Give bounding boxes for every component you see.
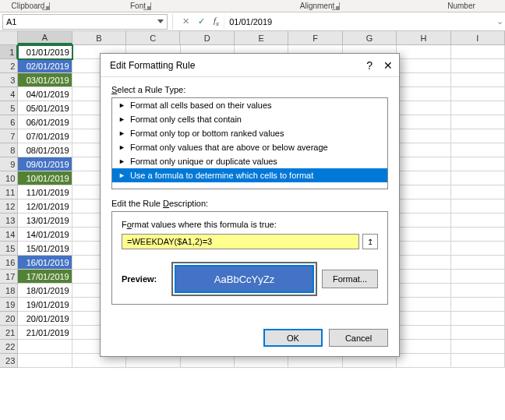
row-header[interactable]: 6 xyxy=(0,115,18,129)
cell[interactable]: 14/01/2019 xyxy=(18,228,72,242)
cell[interactable] xyxy=(451,270,505,284)
cell[interactable]: 11/01/2019 xyxy=(18,185,72,199)
rule-type-item[interactable]: ►Format all cells based on their values xyxy=(112,98,387,112)
chevron-down-icon[interactable] xyxy=(157,19,164,23)
cell[interactable] xyxy=(397,115,450,129)
cell[interactable]: 17/01/2019 xyxy=(18,270,72,284)
cell[interactable] xyxy=(451,115,505,129)
cell[interactable] xyxy=(397,185,450,199)
alignment-launcher-icon[interactable] xyxy=(332,2,340,10)
font-launcher-icon[interactable] xyxy=(143,2,151,10)
row-header[interactable]: 20 xyxy=(0,312,18,326)
rule-type-item[interactable]: ►Use a formula to determine which cells … xyxy=(112,168,387,182)
cell[interactable] xyxy=(397,59,450,73)
cell[interactable] xyxy=(397,312,450,326)
cell[interactable] xyxy=(397,199,450,214)
cell[interactable]: 08/01/2019 xyxy=(18,143,72,157)
column-header[interactable]: C xyxy=(126,31,180,44)
cell[interactable] xyxy=(397,326,450,340)
row-header[interactable]: 21 xyxy=(0,326,18,340)
cell[interactable] xyxy=(397,45,450,59)
cell[interactable] xyxy=(397,298,450,312)
cell[interactable]: 05/01/2019 xyxy=(18,101,72,115)
cell[interactable] xyxy=(397,228,450,242)
cell[interactable]: 12/01/2019 xyxy=(18,199,72,214)
row-header[interactable]: 3 xyxy=(0,73,18,87)
cell[interactable] xyxy=(451,143,505,157)
row-header[interactable]: 22 xyxy=(0,340,18,354)
cell[interactable] xyxy=(451,340,505,354)
name-box[interactable]: A1 xyxy=(2,14,168,30)
cell[interactable]: 04/01/2019 xyxy=(18,87,72,101)
cell[interactable]: 06/01/2019 xyxy=(18,115,72,129)
rule-type-item[interactable]: ►Format only unique or duplicate values xyxy=(112,154,387,168)
row-header[interactable]: 14 xyxy=(0,228,18,242)
format-button[interactable]: Format... xyxy=(322,270,378,288)
cell[interactable] xyxy=(451,298,505,312)
row-header[interactable]: 2 xyxy=(0,59,18,73)
cell[interactable] xyxy=(397,143,450,157)
column-header[interactable]: B xyxy=(72,31,126,44)
cell[interactable] xyxy=(397,270,450,284)
row-header[interactable]: 23 xyxy=(0,354,18,368)
rule-type-item[interactable]: ►Format only values that are above or be… xyxy=(112,140,387,154)
cell[interactable]: 19/01/2019 xyxy=(18,298,72,312)
row-header[interactable]: 17 xyxy=(0,270,18,284)
rule-type-list[interactable]: ►Format all cells based on their values►… xyxy=(111,97,388,189)
cell[interactable] xyxy=(451,73,505,87)
enter-formula-icon[interactable]: ✓ xyxy=(193,14,209,30)
formula-input[interactable] xyxy=(122,234,359,249)
help-button[interactable]: ? xyxy=(366,59,373,72)
cell[interactable] xyxy=(451,129,505,143)
row-header[interactable]: 10 xyxy=(0,171,18,185)
clipboard-launcher-icon[interactable] xyxy=(42,2,50,10)
cell[interactable] xyxy=(451,185,505,199)
cell[interactable] xyxy=(397,256,450,270)
fx-icon[interactable]: fx xyxy=(214,16,219,27)
cell[interactable] xyxy=(451,45,505,59)
column-header[interactable]: G xyxy=(343,31,397,44)
cell[interactable] xyxy=(397,129,450,143)
select-all-corner[interactable] xyxy=(0,31,18,44)
cell[interactable] xyxy=(451,101,505,115)
ok-button[interactable]: OK xyxy=(263,329,323,347)
cell[interactable] xyxy=(397,157,450,171)
cell[interactable] xyxy=(397,101,450,115)
cell[interactable] xyxy=(397,284,450,298)
cell[interactable] xyxy=(451,284,505,298)
cell[interactable] xyxy=(451,242,505,256)
row-header[interactable]: 12 xyxy=(0,199,18,214)
cell[interactable]: 10/01/2019 xyxy=(18,171,72,185)
range-selector-icon[interactable]: ↥ xyxy=(362,234,378,249)
row-header[interactable]: 18 xyxy=(0,284,18,298)
row-header[interactable]: 4 xyxy=(0,87,18,101)
cell[interactable] xyxy=(451,312,505,326)
column-header[interactable]: I xyxy=(451,31,505,44)
cell[interactable]: 09/01/2019 xyxy=(18,157,72,171)
cell[interactable]: 20/01/2019 xyxy=(18,312,72,326)
row-header[interactable]: 7 xyxy=(0,129,18,143)
cell[interactable]: 21/01/2019 xyxy=(18,326,72,340)
column-header[interactable]: H xyxy=(397,31,450,44)
cell[interactable] xyxy=(451,228,505,242)
cell[interactable]: 07/01/2019 xyxy=(18,129,72,143)
cell[interactable] xyxy=(451,214,505,228)
cell[interactable] xyxy=(397,73,450,87)
row-header[interactable]: 19 xyxy=(0,298,18,312)
cell[interactable]: 02/01/2019 xyxy=(18,59,72,73)
rule-type-item[interactable]: ►Format only cells that contain xyxy=(112,112,387,126)
cell[interactable] xyxy=(451,157,505,171)
cell[interactable] xyxy=(397,242,450,256)
cell[interactable] xyxy=(397,340,450,354)
cell[interactable] xyxy=(397,171,450,185)
column-header[interactable]: A xyxy=(18,31,72,44)
cell[interactable] xyxy=(397,214,450,228)
close-icon[interactable]: ✕ xyxy=(383,59,393,72)
expand-formula-bar-icon[interactable]: ⌄ xyxy=(494,16,505,26)
cell[interactable] xyxy=(451,199,505,214)
row-header[interactable]: 13 xyxy=(0,214,18,228)
row-header[interactable]: 16 xyxy=(0,256,18,270)
column-header[interactable]: E xyxy=(235,31,288,44)
cell[interactable]: 13/01/2019 xyxy=(18,214,72,228)
cell[interactable]: 03/01/2019 xyxy=(18,73,72,87)
